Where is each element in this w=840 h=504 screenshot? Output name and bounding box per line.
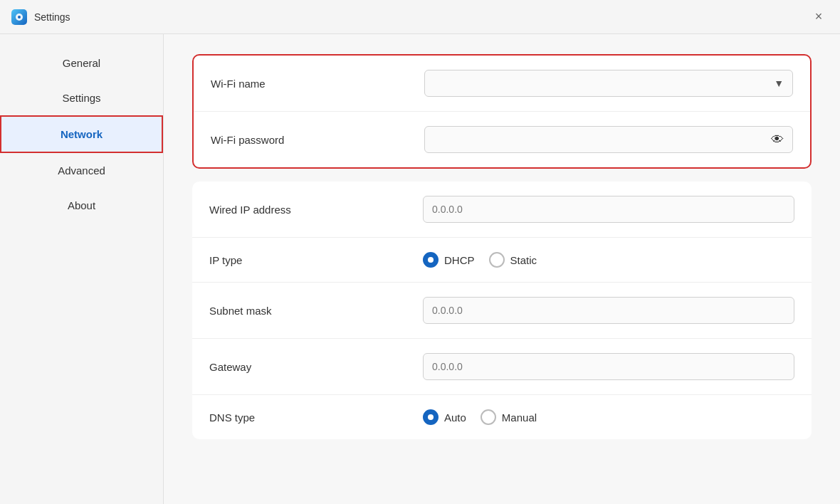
wired-ip-row: Wired IP address [192, 182, 812, 238]
wired-ip-label: Wired IP address [209, 204, 423, 216]
wired-ip-input[interactable] [423, 196, 794, 223]
app-icon [11, 9, 27, 25]
subnet-label: Subnet mask [209, 305, 423, 317]
sidebar: General Settings Network Advanced About [0, 34, 164, 504]
wifi-password-row: Wi-Fi password 👁 [194, 112, 810, 167]
ip-type-row: IP type DHCP Static [192, 238, 812, 283]
wifi-name-row: Wi-Fi name ▼ [194, 56, 810, 112]
gateway-row: Gateway [192, 339, 812, 395]
sidebar-item-general[interactable]: General [0, 46, 163, 80]
dns-type-radio-group: Auto Manual [423, 409, 537, 425]
main-content: General Settings Network Advanced About … [0, 34, 840, 504]
window-title: Settings [34, 11, 809, 23]
dhcp-radio-button[interactable] [423, 252, 439, 268]
static-label: Static [510, 254, 537, 266]
wifi-password-box: 👁 [424, 126, 793, 153]
subnet-input[interactable] [423, 297, 794, 324]
dhcp-label: DHCP [444, 254, 475, 266]
subnet-mask-row: Subnet mask [192, 283, 812, 339]
close-button[interactable]: × [809, 7, 829, 27]
dns-auto-option[interactable]: Auto [423, 409, 466, 425]
sidebar-item-settings[interactable]: Settings [0, 80, 163, 115]
svg-point-1 [18, 16, 21, 19]
wifi-name-dropdown[interactable]: ▼ [424, 70, 793, 97]
sidebar-item-about[interactable]: About [0, 188, 163, 223]
wifi-password-input[interactable] [434, 127, 771, 152]
dns-type-control: Auto Manual [423, 409, 794, 425]
sidebar-item-network[interactable]: Network [0, 115, 163, 153]
ip-type-label: IP type [209, 254, 423, 266]
wired-ip-control [423, 196, 794, 223]
gateway-control [423, 353, 794, 380]
wifi-password-label: Wi-Fi password [211, 134, 424, 146]
static-radio-button[interactable] [489, 252, 505, 268]
manual-label: Manual [502, 411, 537, 424]
wifi-name-label: Wi-Fi name [211, 78, 424, 90]
wifi-section: Wi-Fi name ▼ Wi-Fi password 👁 [192, 54, 812, 169]
auto-label: Auto [444, 411, 466, 424]
gateway-input[interactable] [423, 353, 794, 380]
dns-type-label: DNS type [209, 411, 423, 424]
eye-icon[interactable]: 👁 [771, 132, 784, 147]
main-panel: Wi-Fi name ▼ Wi-Fi password 👁 [164, 34, 840, 504]
sidebar-item-advanced[interactable]: Advanced [0, 153, 163, 188]
auto-radio-button[interactable] [423, 409, 439, 425]
ip-type-dhcp-option[interactable]: DHCP [423, 252, 475, 268]
subnet-control [423, 297, 794, 324]
ip-type-radio-group: DHCP Static [423, 252, 537, 268]
ip-type-static-option[interactable]: Static [489, 252, 537, 268]
dns-manual-option[interactable]: Manual [481, 409, 537, 425]
gateway-label: Gateway [209, 361, 423, 373]
dns-type-row: DNS type Auto Manual [192, 395, 812, 439]
wifi-password-control: 👁 [424, 126, 793, 153]
titlebar: Settings × [0, 0, 840, 34]
network-section: Wired IP address IP type DHCP [192, 182, 812, 439]
ip-type-control: DHCP Static [423, 252, 794, 268]
manual-radio-button[interactable] [481, 409, 496, 425]
settings-window: Settings × General Settings Network Adva… [0, 0, 840, 504]
wifi-name-control: ▼ [424, 70, 793, 97]
chevron-down-icon: ▼ [774, 78, 784, 89]
